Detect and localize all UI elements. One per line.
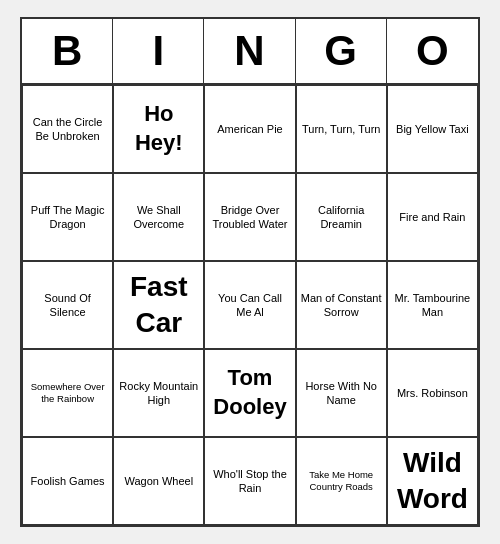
bingo-cell-1[interactable]: Ho Hey!	[113, 85, 204, 173]
bingo-letter-g: G	[296, 19, 387, 83]
bingo-cell-14[interactable]: Mr. Tambourine Man	[387, 261, 478, 349]
bingo-letter-i: I	[113, 19, 204, 83]
bingo-cell-23[interactable]: Take Me Home Country Roads	[296, 437, 387, 525]
bingo-cell-0[interactable]: Can the Circle Be Unbroken	[22, 85, 113, 173]
bingo-cell-19[interactable]: Mrs. Robinson	[387, 349, 478, 437]
bingo-cell-13[interactable]: Man of Constant Sorrow	[296, 261, 387, 349]
bingo-cell-6[interactable]: We Shall Overcome	[113, 173, 204, 261]
bingo-cell-22[interactable]: Who'll Stop the Rain	[204, 437, 295, 525]
bingo-cell-15[interactable]: Somewhere Over the Rainbow	[22, 349, 113, 437]
bingo-letter-o: O	[387, 19, 478, 83]
bingo-cell-4[interactable]: Big Yellow Taxi	[387, 85, 478, 173]
bingo-cell-3[interactable]: Turn, Turn, Turn	[296, 85, 387, 173]
bingo-cell-2[interactable]: American Pie	[204, 85, 295, 173]
bingo-cell-7[interactable]: Bridge Over Troubled Water	[204, 173, 295, 261]
bingo-card: BINGO Can the Circle Be UnbrokenHo Hey!A…	[20, 17, 480, 527]
bingo-grid: Can the Circle Be UnbrokenHo Hey!America…	[22, 85, 478, 525]
bingo-letter-n: N	[204, 19, 295, 83]
bingo-cell-17[interactable]: Tom Dooley	[204, 349, 295, 437]
bingo-cell-5[interactable]: Puff The Magic Dragon	[22, 173, 113, 261]
bingo-cell-24[interactable]: Wild Word	[387, 437, 478, 525]
bingo-cell-21[interactable]: Wagon Wheel	[113, 437, 204, 525]
bingo-cell-10[interactable]: Sound Of Silence	[22, 261, 113, 349]
bingo-cell-11[interactable]: Fast Car	[113, 261, 204, 349]
bingo-cell-8[interactable]: California Dreamin	[296, 173, 387, 261]
bingo-cell-16[interactable]: Rocky Mountain High	[113, 349, 204, 437]
bingo-cell-12[interactable]: You Can Call Me Al	[204, 261, 295, 349]
bingo-cell-20[interactable]: Foolish Games	[22, 437, 113, 525]
bingo-header: BINGO	[22, 19, 478, 85]
bingo-cell-9[interactable]: Fire and Rain	[387, 173, 478, 261]
bingo-cell-18[interactable]: Horse With No Name	[296, 349, 387, 437]
bingo-letter-b: B	[22, 19, 113, 83]
